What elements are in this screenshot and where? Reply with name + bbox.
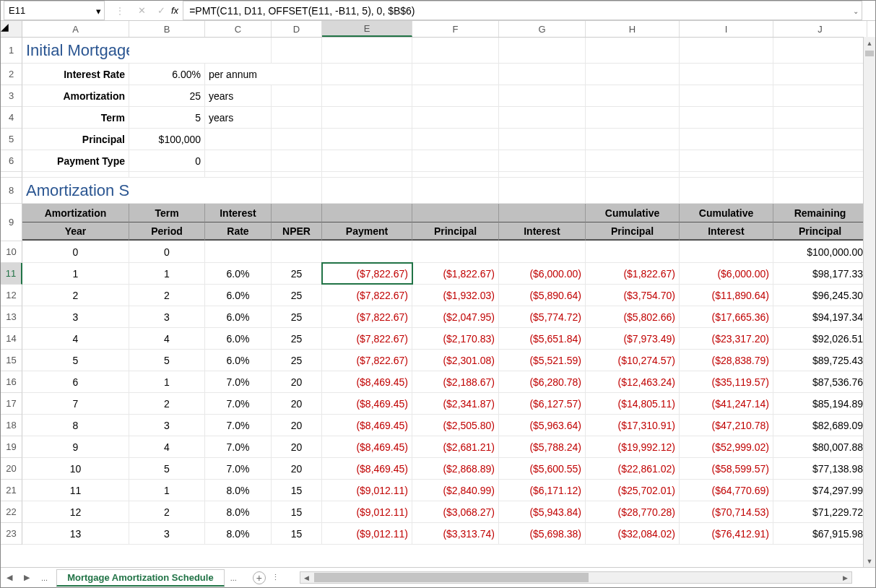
scroll-left-icon[interactable]: ◀	[300, 574, 313, 581]
add-sheet-button[interactable]: +	[253, 571, 266, 584]
scroll-up-icon[interactable]: ▲	[864, 37, 875, 49]
table-cell[interactable]: ($6,000.00)	[499, 263, 586, 284]
cell[interactable]	[680, 150, 773, 171]
cell[interactable]	[680, 85, 773, 106]
col-header-a[interactable]: A	[22, 21, 129, 37]
table-cell[interactable]: ($7,822.67)	[322, 306, 412, 327]
table-cell[interactable]: ($2,681.21)	[412, 436, 499, 457]
table-cell[interactable]: ($22,861.02)	[586, 458, 680, 479]
table-cell[interactable]: 5	[22, 350, 129, 371]
table-cell[interactable]: ($8,469.45)	[322, 436, 412, 457]
table-cell[interactable]: 7.0%	[205, 371, 272, 392]
cell[interactable]	[205, 150, 272, 171]
cell[interactable]	[412, 107, 499, 128]
cell[interactable]	[322, 129, 412, 150]
table-cell[interactable]: $74,297.99	[773, 480, 867, 501]
table-cell[interactable]: ($25,702.01)	[586, 480, 680, 501]
cell[interactable]	[499, 178, 586, 203]
table-cell[interactable]: 4	[22, 328, 129, 349]
table-cell[interactable]: 6.0%	[205, 328, 272, 349]
table-cell[interactable]: 3	[129, 415, 205, 436]
table-cell[interactable]: 8.0%	[205, 523, 272, 544]
table-cell[interactable]: 1	[129, 480, 205, 501]
table-cell[interactable]	[322, 241, 412, 262]
row-header[interactable]: 21	[1, 480, 22, 501]
row-header[interactable]: 1	[1, 38, 22, 64]
cell[interactable]	[412, 85, 499, 106]
table-cell[interactable]: 3	[22, 306, 129, 327]
table-cell[interactable]: ($7,822.67)	[322, 263, 412, 284]
table-cell[interactable]: ($2,170.83)	[412, 328, 499, 349]
table-cell[interactable]: ($8,469.45)	[322, 371, 412, 392]
table-cell[interactable]: ($47,210.78)	[680, 415, 773, 436]
table-cell[interactable]: ($2,505.80)	[412, 415, 499, 436]
table-cell[interactable]: 20	[272, 415, 322, 436]
table-cell[interactable]	[272, 241, 322, 262]
tab-more-icon[interactable]: ...	[35, 574, 53, 582]
table-cell[interactable]: ($2,868.89)	[412, 458, 499, 479]
table-cell[interactable]	[412, 241, 499, 262]
tab-prev-icon[interactable]: ◀	[1, 573, 18, 582]
table-cell[interactable]: ($6,127.57)	[499, 393, 586, 414]
table-cell[interactable]: 20	[272, 458, 322, 479]
table-cell[interactable]: ($6,280.78)	[499, 371, 586, 392]
table-cell[interactable]: ($5,600.55)	[499, 458, 586, 479]
hdr-cell[interactable]: Period	[129, 222, 205, 241]
cell[interactable]	[322, 64, 412, 85]
cell[interactable]	[129, 178, 205, 203]
table-cell[interactable]: ($8,469.45)	[322, 415, 412, 436]
hdr-cell[interactable]: Remaining	[773, 204, 867, 222]
label-cell[interactable]: Interest Rate	[22, 64, 129, 85]
cell[interactable]	[272, 85, 322, 106]
table-cell[interactable]: 12	[22, 501, 129, 522]
cell[interactable]	[322, 150, 412, 171]
cell[interactable]	[773, 172, 867, 177]
table-cell[interactable]: 25	[272, 285, 322, 306]
cell[interactable]	[499, 38, 586, 63]
table-cell[interactable]: ($32,084.02)	[586, 523, 680, 544]
value-cell[interactable]: years	[205, 85, 272, 106]
table-cell[interactable]: ($52,999.02)	[680, 436, 773, 457]
cell[interactable]	[322, 172, 412, 177]
table-cell[interactable]: 6	[22, 371, 129, 392]
cell[interactable]	[773, 129, 867, 150]
col-header-h[interactable]: H	[586, 21, 680, 37]
cell[interactable]	[773, 85, 867, 106]
table-cell[interactable]: ($17,310.91)	[586, 415, 680, 436]
table-cell[interactable]: ($58,599.57)	[680, 458, 773, 479]
cell[interactable]	[586, 85, 680, 106]
cell[interactable]	[272, 107, 322, 128]
table-cell[interactable]: 6.0%	[205, 306, 272, 327]
value-cell[interactable]: 6.00%	[129, 64, 205, 85]
table-cell[interactable]: ($5,521.59)	[499, 350, 586, 371]
table-cell[interactable]: $82,689.09	[773, 415, 867, 436]
table-cell[interactable]: 6.0%	[205, 350, 272, 371]
cell[interactable]	[412, 38, 499, 63]
cell[interactable]	[499, 85, 586, 106]
title-cell[interactable]: Initial Mortgage Data	[22, 38, 129, 63]
cell[interactable]	[773, 107, 867, 128]
sheet-tab-active[interactable]: Mortgage Amortization Schedule	[56, 569, 224, 587]
table-cell[interactable]: ($1,822.67)	[586, 263, 680, 284]
table-cell[interactable]: $71,229.72	[773, 501, 867, 522]
hdr-cell[interactable]: Term	[129, 204, 205, 222]
table-cell[interactable]: ($17,665.36)	[680, 306, 773, 327]
cell[interactable]	[412, 172, 499, 177]
cell[interactable]	[680, 64, 773, 85]
row-header[interactable]: 6	[1, 150, 22, 172]
table-cell[interactable]: ($9,012.11)	[322, 523, 412, 544]
fx-icon[interactable]: fx	[171, 5, 183, 16]
table-cell[interactable]: ($7,822.67)	[322, 350, 412, 371]
row-header[interactable]: 23	[1, 523, 22, 545]
row-header[interactable]: 20	[1, 458, 22, 480]
row-header[interactable]: 16	[1, 371, 22, 393]
table-cell[interactable]: ($8,469.45)	[322, 393, 412, 414]
hdr-cell[interactable]: Amortization	[22, 204, 129, 222]
table-cell[interactable]: ($5,788.24)	[499, 436, 586, 457]
cell[interactable]	[773, 150, 867, 171]
table-cell[interactable]: 0	[129, 241, 205, 262]
table-cell[interactable]: $92,026.51	[773, 328, 867, 349]
table-cell[interactable]: ($19,992.12)	[586, 436, 680, 457]
table-cell[interactable]: 2	[129, 501, 205, 522]
tab-next-icon[interactable]: ▶	[18, 573, 35, 582]
